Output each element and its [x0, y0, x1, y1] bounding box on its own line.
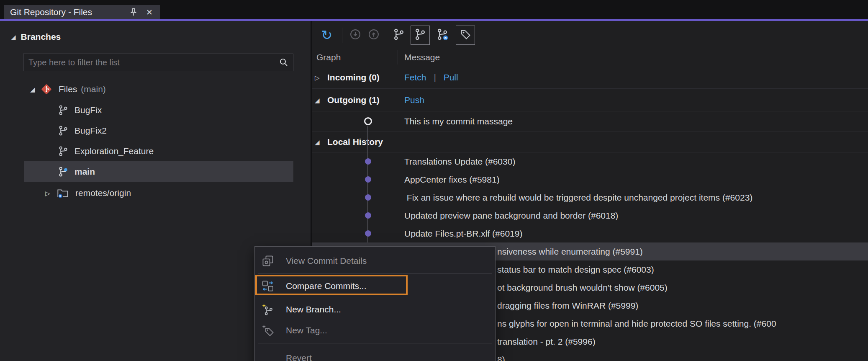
column-divider[interactable]: [398, 50, 398, 64]
menu-item-new-tag: New Tag...: [255, 320, 495, 340]
expander-icon[interactable]: ▷: [315, 74, 320, 80]
new-branch-icon: [262, 303, 274, 316]
outgoing-commit-row[interactable]: This is my commit massage: [312, 111, 868, 132]
outgoing-commit-node-icon: [364, 117, 372, 125]
commit-row-partial[interactable]: ns glyphs for open in terminal and hide …: [497, 315, 776, 333]
branches-header-row: ◢ Branches: [11, 28, 61, 45]
push-icon: [367, 28, 380, 42]
expander-icon[interactable]: ◢: [315, 97, 320, 103]
branch-label: BugFix: [74, 105, 102, 115]
branch-label: BugFix2: [74, 126, 107, 136]
menu-item-view-commit-details: View Commit Details: [255, 249, 495, 273]
pin-icon[interactable]: [127, 6, 140, 18]
repo-icon: [40, 83, 53, 95]
compare-commits-highlight-box: [255, 275, 408, 295]
push-disabled-button[interactable]: [365, 26, 383, 44]
history-column-header: Graph Message: [312, 49, 868, 66]
local-history-row[interactable]: ◢ Local History: [312, 132, 868, 152]
menu-item-revert: Revert: [255, 346, 495, 361]
show-all-branches-toggle[interactable]: [411, 26, 430, 45]
tag-icon: [460, 28, 471, 42]
column-header-message: Message: [404, 49, 440, 66]
branch-item-exploration-feature[interactable]: Exploration_Feature: [0, 141, 311, 161]
incoming-links: Fetch | Pull: [404, 72, 458, 83]
toolbar-separator: [342, 28, 342, 43]
incoming-label: Incoming (0): [327, 72, 380, 83]
commit-row-partial[interactable]: status bar to match design spec (#6003): [497, 260, 654, 278]
repo-branch-suffix: (main): [81, 84, 106, 94]
remotes-label: remotes/origin: [75, 188, 131, 198]
branch-graph-button[interactable]: [390, 26, 408, 44]
commit-row[interactable]: AppCenter fixes (#5981): [404, 170, 500, 188]
commit-row[interactable]: Updated preview pane background and bord…: [404, 206, 618, 224]
git-branch-icon: [58, 125, 69, 136]
link-divider: |: [434, 72, 436, 82]
current-branch-icon: [58, 166, 69, 177]
incoming-row[interactable]: ▷ Incoming (0) Fetch | Pull: [312, 66, 868, 89]
title-bar: Git Repository - Files ✕: [0, 0, 868, 19]
commit-dot-icon: [365, 212, 371, 219]
fetch-link[interactable]: Fetch: [404, 72, 426, 82]
remotes-item-origin[interactable]: ▷ remotes/origin: [0, 183, 311, 203]
branches-title: Branches: [21, 32, 61, 42]
commit-row-partial[interactable]: dragging files from WinRAR (#5999): [497, 297, 638, 315]
menu-separator: [258, 343, 492, 343]
git-branch-icon: [393, 28, 405, 42]
branch-label: main: [74, 167, 95, 177]
pull-link[interactable]: Pull: [444, 72, 458, 82]
local-history-label: Local History: [327, 137, 383, 147]
git-branch-x-icon: [436, 28, 449, 42]
commit-dot-icon: [365, 176, 371, 183]
commit-row-partial[interactable]: translation - pt. 2 (#5996): [497, 333, 596, 351]
column-header-graph: Graph: [316, 49, 341, 66]
toolbar-separator: [384, 28, 384, 43]
close-icon[interactable]: ✕: [143, 6, 156, 18]
outgoing-links: Push: [404, 95, 424, 105]
search-icon: [279, 57, 289, 69]
menu-item-label: View Commit Details: [286, 256, 367, 266]
commit-dot-icon: [365, 158, 371, 165]
expander-icon[interactable]: ◢: [30, 86, 35, 92]
menu-item-label: Revert: [286, 353, 312, 361]
expander-icon[interactable]: ◢: [11, 34, 16, 40]
context-menu: View Commit Details Compare Commits...: [254, 246, 496, 361]
repo-label: Files (main): [59, 84, 106, 94]
expander-icon[interactable]: ◢: [315, 139, 320, 145]
menu-separator: [258, 273, 492, 274]
commit-dot-icon: [365, 230, 371, 237]
show-tags-toggle[interactable]: [456, 26, 475, 45]
branch-exclude-button[interactable]: [433, 26, 452, 44]
outgoing-label: Outgoing (1): [327, 95, 380, 105]
folder-remote-icon: [57, 187, 69, 199]
refresh-button[interactable]: ↻: [318, 26, 336, 44]
new-tag-icon: [262, 324, 274, 337]
repo-name: Files: [59, 84, 77, 94]
tool-window-tab[interactable]: Git Repository - Files ✕: [4, 5, 160, 19]
branch-item-bugfix2[interactable]: BugFix2: [0, 120, 311, 141]
branch-label: Exploration_Feature: [74, 146, 154, 156]
fetch-disabled-button[interactable]: [346, 26, 365, 44]
commit-row[interactable]: Fix an issue where a rebuild would be tr…: [404, 188, 752, 206]
git-branch-icon: [58, 146, 69, 157]
branch-item-main[interactable]: main: [0, 161, 311, 182]
menu-item-label: New Branch...: [286, 304, 341, 315]
branch-item-bugfix[interactable]: BugFix: [0, 100, 311, 120]
expander-icon[interactable]: ▷: [45, 190, 50, 196]
branch-filter-input[interactable]: [23, 54, 293, 71]
commit-dot-icon: [365, 194, 371, 201]
git-branch-icon: [58, 105, 69, 116]
commit-row[interactable]: Update Files.pt-BR.xlf (#6019): [404, 224, 522, 242]
branch-filter: [23, 54, 293, 71]
menu-item-new-branch[interactable]: New Branch...: [255, 299, 495, 320]
repo-item-files[interactable]: ◢ Files (main): [0, 79, 311, 99]
commit-row-partial[interactable]: 8): [497, 351, 505, 361]
push-link[interactable]: Push: [404, 95, 424, 105]
refresh-icon: ↻: [321, 28, 333, 42]
outgoing-row[interactable]: ◢ Outgoing (1) Push: [312, 89, 868, 111]
menu-item-label: New Tag...: [286, 325, 327, 335]
commit-row[interactable]: Translations Update (#6030): [404, 152, 515, 170]
commit-row-partial[interactable]: nsiveness while enumerating (#5991): [497, 242, 643, 260]
commit-message: This is my commit massage: [404, 112, 513, 130]
commit-row-partial[interactable]: ot background brush wouldn't show (#6005…: [497, 278, 668, 297]
tab-title: Git Repository - Files: [10, 7, 124, 17]
